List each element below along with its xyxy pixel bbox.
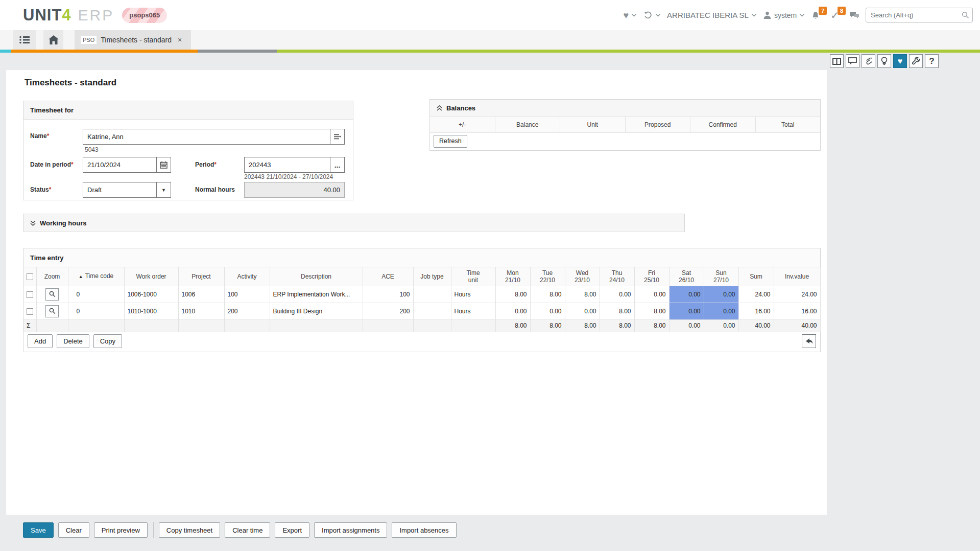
cell-time-code[interactable]: 0 xyxy=(68,286,124,303)
col-mon[interactable]: Mon21/10 xyxy=(495,267,530,286)
copy-timesheet-button[interactable]: Copy timesheet xyxy=(159,522,220,538)
working-hours-section[interactable]: Working hours xyxy=(23,214,685,232)
col-sat[interactable]: Sat26/10 xyxy=(669,267,704,286)
cell-job-type[interactable] xyxy=(413,303,451,319)
status-dropdown-button[interactable]: ▼ xyxy=(156,182,171,197)
row-checkbox[interactable] xyxy=(27,291,33,298)
select-all-checkbox[interactable] xyxy=(27,273,33,280)
cell-tue[interactable]: 0.00 xyxy=(530,303,565,319)
col-thu[interactable]: Thu24/10 xyxy=(600,267,634,286)
col-fri[interactable]: Fri25/10 xyxy=(634,267,669,286)
col-wed[interactable]: Wed23/10 xyxy=(565,267,600,286)
cell-fri[interactable]: 8.00 xyxy=(634,303,669,319)
col-time-code[interactable]: ▲Time code xyxy=(68,267,124,286)
cell-tue[interactable]: 8.00 xyxy=(530,286,565,303)
empty-cell xyxy=(224,319,270,332)
settings-button[interactable] xyxy=(909,54,923,68)
col-job-type[interactable]: Job type xyxy=(413,267,451,286)
company-selector[interactable]: ARRIBATEC IBERIA SL xyxy=(667,11,757,19)
date-in-period-field[interactable]: 21/10/2024 xyxy=(83,157,171,173)
cell-sum: 24.00 xyxy=(738,286,774,303)
cell-activity[interactable]: 100 xyxy=(224,286,270,303)
collapse-return-button[interactable] xyxy=(802,334,816,348)
favorites-menu[interactable]: ♥ xyxy=(623,11,637,20)
tab-close-icon[interactable]: × xyxy=(178,36,182,44)
copy-row-button[interactable]: Copy xyxy=(93,334,122,348)
attachments-button[interactable] xyxy=(862,54,875,68)
col-activity[interactable]: Activity xyxy=(224,267,270,286)
tips-button[interactable] xyxy=(877,54,891,68)
col-sum[interactable]: Sum xyxy=(738,267,774,286)
user-menu[interactable]: system xyxy=(763,11,805,19)
alerts-button[interactable]: 7 xyxy=(811,10,820,20)
cell-ace[interactable]: 200 xyxy=(363,303,413,319)
search-input[interactable] xyxy=(866,8,973,22)
cell-thu[interactable]: 0.00 xyxy=(600,286,634,303)
split-view-button[interactable] xyxy=(830,54,844,68)
export-button[interactable]: Export xyxy=(275,522,309,538)
cell-description[interactable]: ERP Implementation Work... xyxy=(270,286,363,303)
cell-project[interactable]: 1006 xyxy=(178,286,224,303)
cell-sun[interactable]: 0.00 xyxy=(704,286,738,303)
cell-ace[interactable]: 100 xyxy=(363,286,413,303)
row-checkbox[interactable] xyxy=(27,308,33,315)
name-lookup-button[interactable] xyxy=(330,129,344,144)
balances-column-headers: +/- Balance Unit Proposed Confirmed Tota… xyxy=(430,117,820,133)
main-menu-button[interactable] xyxy=(13,30,36,50)
col-tue[interactable]: Tue22/10 xyxy=(530,267,565,286)
cell-time-code[interactable]: 0 xyxy=(68,303,124,319)
recent-history-menu[interactable] xyxy=(643,10,661,20)
col-work-order[interactable]: Work order xyxy=(124,267,178,286)
delete-row-button[interactable]: Delete xyxy=(57,334,89,348)
period-lookup-button[interactable]: ... xyxy=(330,157,344,172)
col-ace[interactable]: ACE xyxy=(363,267,413,286)
col-inv-value[interactable]: Inv.value xyxy=(774,267,820,286)
cell-work-order[interactable]: 1006-1000 xyxy=(124,286,178,303)
cell-sat[interactable]: 0.00 xyxy=(669,286,704,303)
cell-fri[interactable]: 0.00 xyxy=(634,286,669,303)
cell-time-unit[interactable]: Hours xyxy=(451,286,495,303)
cell-thu[interactable]: 8.00 xyxy=(600,303,634,319)
home-tab-button[interactable] xyxy=(43,30,63,50)
refresh-button[interactable]: Refresh xyxy=(434,135,467,148)
cell-sun[interactable]: 0.00 xyxy=(704,303,738,319)
cell-wed[interactable]: 0.00 xyxy=(565,303,600,319)
import-assignments-button[interactable]: Import assignments xyxy=(314,522,387,538)
tasks-button[interactable]: ✓ 8 xyxy=(830,10,839,20)
messages-button[interactable] xyxy=(849,11,859,19)
cell-time-unit[interactable]: Hours xyxy=(451,303,495,319)
col-sun[interactable]: Sun27/10 xyxy=(704,267,738,286)
cell-job-type[interactable] xyxy=(413,286,451,303)
cell-mon[interactable]: 0.00 xyxy=(495,303,530,319)
comments-button[interactable] xyxy=(846,54,859,68)
cell-mon[interactable]: 8.00 xyxy=(495,286,530,303)
save-button[interactable]: Save xyxy=(23,522,54,538)
clear-button[interactable]: Clear xyxy=(58,522,89,538)
cell-work-order[interactable]: 1010-1000 xyxy=(124,303,178,319)
col-time-unit[interactable]: Timeunit xyxy=(451,267,495,286)
zoom-row-button[interactable] xyxy=(45,288,59,301)
cell-description[interactable]: Building III Design xyxy=(270,303,363,319)
calendar-picker-button[interactable] xyxy=(156,157,171,172)
favourite-button[interactable]: ♥ xyxy=(893,54,907,68)
zoom-row-button[interactable] xyxy=(45,305,59,317)
col-description[interactable]: Description xyxy=(270,267,363,286)
col-project[interactable]: Project xyxy=(178,267,224,286)
time-entry-title: Time entry xyxy=(30,254,64,262)
import-absences-button[interactable]: Import absences xyxy=(392,522,456,538)
cell-activity[interactable]: 200 xyxy=(224,303,270,319)
clear-time-button[interactable]: Clear time xyxy=(225,522,270,538)
help-button[interactable]: ? xyxy=(925,54,939,68)
cell-project[interactable]: 1010 xyxy=(178,303,224,319)
add-row-button[interactable]: Add xyxy=(28,334,53,348)
status-select[interactable]: Draft ▼ xyxy=(83,182,171,198)
print-preview-button[interactable]: Print preview xyxy=(94,522,148,538)
balances-header[interactable]: Balances xyxy=(430,100,820,117)
col-zoom[interactable]: Zoom xyxy=(36,267,68,286)
empty-cell xyxy=(178,319,224,332)
period-field[interactable]: 202443 ... xyxy=(244,157,345,173)
name-field[interactable]: Katrine, Ann xyxy=(83,129,345,145)
cell-wed[interactable]: 8.00 xyxy=(565,286,600,303)
cell-sat[interactable]: 0.00 xyxy=(669,303,704,319)
tab-timesheets-standard[interactable]: PSO Timesheets - standard × xyxy=(75,30,191,50)
